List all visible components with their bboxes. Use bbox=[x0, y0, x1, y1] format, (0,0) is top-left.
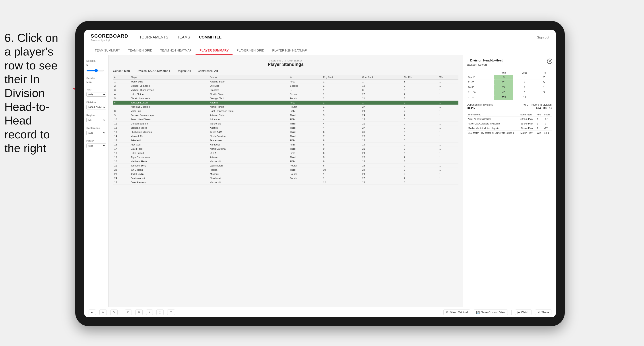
col-no-rds: No. Rds. bbox=[402, 75, 438, 80]
standings-title: Player Standings bbox=[113, 62, 458, 67]
conference-select[interactable]: (All) bbox=[86, 131, 106, 135]
copy-button[interactable]: ⧉ bbox=[125, 310, 132, 315]
table-row[interactable]: 4 Luke Claton Florida State Second 1 27 … bbox=[113, 92, 458, 96]
view-original-button[interactable]: 👁 View: Original bbox=[443, 310, 470, 315]
col-yr: Yr bbox=[288, 75, 322, 80]
h2h-row: 51-100 46 6 3 bbox=[466, 90, 552, 95]
h2h-col-tie: Tie bbox=[536, 71, 552, 75]
redo-button[interactable]: ↪ bbox=[100, 310, 107, 315]
player-select[interactable]: (All) bbox=[86, 144, 106, 148]
table-row[interactable]: 6 Jackson Koivun Auburn First 1 1 1 1 bbox=[113, 101, 458, 105]
watch-button[interactable]: ▶ Watch bbox=[515, 310, 532, 315]
redo2-button[interactable]: ⟳ bbox=[110, 310, 118, 315]
h2h-header-row: Win Loss Tie bbox=[466, 71, 552, 75]
main-content: No Rds. 6 Gender Men Year (All) Division bbox=[84, 55, 556, 307]
table-row[interactable]: 16 Alex Goff Kentucky Fifth 8 19 0 1 bbox=[113, 143, 458, 147]
table-row[interactable]: 24 Bastien Amat New Mexico Fourth 1 27 2… bbox=[113, 176, 458, 180]
share-button[interactable]: ↗ Share bbox=[535, 310, 552, 315]
no-rds-label: No Rds. bbox=[86, 59, 106, 62]
top-nav: SCOREBOARD Powered by clippi TOURNAMENTS… bbox=[84, 30, 556, 45]
table-row[interactable]: 15 Jake Hall Tennessee Fifth 8 25 0 1 bbox=[113, 138, 458, 143]
table-row[interactable]: 9 Preston Summerhays Arizona State Third… bbox=[113, 113, 458, 117]
watch-icon: ▶ bbox=[518, 311, 520, 314]
col-win: Win bbox=[438, 75, 458, 80]
nav-right: Sign out bbox=[537, 35, 549, 39]
table-row[interactable]: 10 Jacob New-Diesen Arkansas Fifth 4 25 … bbox=[113, 117, 458, 122]
h2h-row: 11-25 20 9 5 bbox=[466, 80, 552, 85]
tablet-frame: SCOREBOARD Powered by clippi TOURNAMENTS… bbox=[75, 21, 565, 326]
nav-tournaments[interactable]: TOURNAMENTS bbox=[139, 34, 168, 40]
year-section: Year (All) bbox=[86, 88, 106, 97]
division-section: Division NCAA Division I bbox=[86, 101, 106, 109]
player-label: Player bbox=[86, 140, 106, 142]
no-rds-value: 6 bbox=[86, 63, 106, 67]
logo-area: SCOREBOARD Powered by clippi bbox=[91, 33, 128, 41]
paste-button[interactable]: ⊕ bbox=[135, 310, 142, 315]
table-row[interactable]: 7 Nicholas Gabriele North Florida Fourth… bbox=[113, 105, 458, 109]
opponents-value: 98.1% bbox=[466, 106, 475, 110]
table-row[interactable]: 20 Matthew Riedel Vanderbilt Fifth 9 24 … bbox=[113, 160, 458, 164]
table-row[interactable]: 21 Taehoon Song Washington Fourth 6 23 1… bbox=[113, 164, 458, 168]
h2h-row: >100 578 11 1 bbox=[466, 95, 552, 100]
table-row[interactable]: 25 Cole Sherwood Vanderbilt ... 12 23 1 … bbox=[113, 180, 458, 184]
subnav-team-h2h-heatmap[interactable]: TEAM H2H HEATMAP bbox=[156, 46, 196, 55]
subnav-player-h2h-heatmap[interactable]: PLAYER H2H HEATMAP bbox=[268, 46, 311, 55]
tournament-header-row: Tournament Event Type Pos Score bbox=[466, 113, 552, 117]
timer-button[interactable]: ⏱ bbox=[167, 310, 175, 315]
left-sidebar: No Rds. 6 Gender Men Year (All) Division bbox=[84, 55, 108, 307]
nav-teams[interactable]: TEAMS bbox=[177, 34, 190, 40]
region-label: Region bbox=[86, 114, 106, 117]
col-conf-rank: Conf Rank bbox=[361, 75, 403, 80]
table-row[interactable]: 14 Maxwell Ford North Carolina Third 7 2… bbox=[113, 134, 458, 138]
gender-label: Gender bbox=[86, 77, 106, 79]
tournament-row: SEC Match Play hosted by Jerry Pate Roun… bbox=[466, 131, 552, 135]
table-row[interactable]: 19 Tiger Christensen Arizona Third 8 23 … bbox=[113, 155, 458, 160]
region-section: Region N/a bbox=[86, 114, 106, 122]
t-col-pos: Pos bbox=[536, 113, 543, 117]
table-row[interactable]: 11 Gordon Sargent Vanderbilt Third 4 21 … bbox=[113, 122, 458, 126]
division-label: Division bbox=[86, 101, 106, 104]
share-icon: ↗ bbox=[538, 311, 540, 314]
table-header-row: # Player School Yr Reg Rank Conf Rank No… bbox=[113, 75, 458, 80]
save-custom-button[interactable]: 💾 Save Custom View bbox=[474, 310, 508, 315]
subnav-player-summary[interactable]: PLAYER SUMMARY bbox=[196, 46, 232, 55]
tournament-table: Tournament Event Type Pos Score Amer Ari… bbox=[466, 113, 552, 135]
table-row[interactable]: 23 Jack Lundin Missouri Fourth 11 24 0 1 bbox=[113, 172, 458, 176]
gender-value: Men bbox=[86, 81, 106, 84]
tournament-row: Fallon Oak Collegiate Invitational Strok… bbox=[466, 121, 552, 126]
h2h-table: Win Loss Tie Top 10 8 3 2 11-25 20 9 5 2… bbox=[466, 71, 552, 100]
h2h-col-label bbox=[466, 71, 494, 75]
table-row[interactable]: 12 Brendan Valles Auburn Third 4 27 0 1 bbox=[113, 126, 458, 130]
year-select[interactable]: (All) bbox=[86, 92, 106, 97]
subnav-player-h2h-grid[interactable]: PLAYER H2H GRID bbox=[232, 46, 268, 55]
table-row[interactable]: 17 David Ford North Carolina Third 9 21 … bbox=[113, 147, 458, 151]
col-num: # bbox=[113, 75, 129, 80]
nav-committee[interactable]: COMMITTEE bbox=[199, 34, 222, 40]
add-button[interactable]: + bbox=[146, 310, 153, 315]
circle-button[interactable]: ◌ bbox=[156, 310, 164, 315]
conference-filter: Conference: All bbox=[198, 69, 218, 72]
subnav-team-summary[interactable]: TEAM SUMMARY bbox=[91, 46, 124, 55]
division-select[interactable]: NCAA Division I bbox=[86, 105, 106, 109]
no-rds-slider[interactable] bbox=[86, 69, 104, 72]
tournament-row: Amer Ari Intercollegiate Stroke Play 4 -… bbox=[466, 117, 552, 121]
table-row[interactable]: 8 Mats Ege East Tennessee State Fifth 1 … bbox=[113, 109, 458, 113]
table-row[interactable]: 13 Phichakun Maichon Texas A&M Third 6 3… bbox=[113, 130, 458, 134]
table-row[interactable]: 3 Michael Thorbjornsen Stanford ... 1 8 … bbox=[113, 88, 458, 92]
right-panel: In Division Head-to-Head Jackson Koivun … bbox=[463, 55, 556, 307]
wlt-value: 674 - 33 - 12 bbox=[536, 106, 552, 110]
close-button[interactable]: ✕ bbox=[547, 59, 552, 64]
gender-filter: Gender: Men bbox=[113, 69, 130, 72]
table-row[interactable]: 5 Christo Lamprecht Georgia Tech Fourth … bbox=[113, 96, 458, 101]
sign-out-link[interactable]: Sign out bbox=[537, 35, 549, 39]
region-select[interactable]: N/a bbox=[86, 118, 106, 122]
undo-button[interactable]: ↩ bbox=[88, 310, 96, 315]
table-row[interactable]: 22 Ian Gilligan Florida Third 10 24 1 1 bbox=[113, 168, 458, 172]
logo-text: SCOREBOARD bbox=[91, 33, 128, 39]
table-row[interactable]: 1 Wenyi Ding Arizona State First 1 1 8 1 bbox=[113, 80, 458, 84]
col-player: Player bbox=[129, 75, 208, 80]
player-section: Player (All) bbox=[86, 140, 106, 148]
table-row[interactable]: 18 Luke Powell UCLA First 6 24 1 1 bbox=[113, 151, 458, 155]
table-row[interactable]: 2 Michael La Sasso Ole Miss Second 1 19 … bbox=[113, 84, 458, 88]
subnav-team-h2h-grid[interactable]: TEAM H2H GRID bbox=[124, 46, 156, 55]
